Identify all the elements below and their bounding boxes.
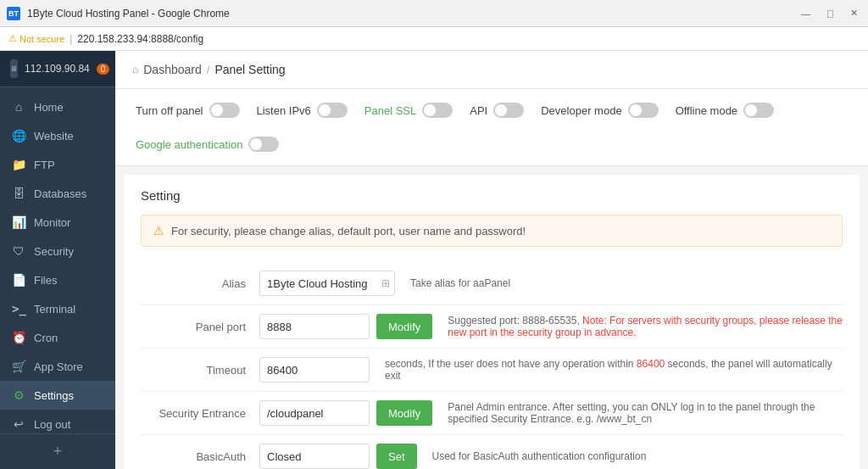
- logout-icon: ↩: [12, 417, 25, 431]
- sidebar-item-logout[interactable]: ↩ Log out: [0, 410, 115, 433]
- security-entrance-modify-button[interactable]: Modify: [376, 400, 432, 426]
- ftp-icon: 📁: [12, 158, 25, 171]
- browser-title: 1Byte Cloud Hosting Panel - Google Chrom…: [27, 8, 791, 20]
- setting-section: Setting ⚠ For security, please change al…: [124, 175, 860, 469]
- maximize-button[interactable]: ⎕: [824, 7, 837, 20]
- panel-port-input[interactable]: [259, 314, 370, 339]
- toggle-offline-mode-label: Offline mode: [676, 104, 737, 117]
- sidebar-item-appstore[interactable]: 🛒 App Store: [0, 352, 115, 381]
- sidebar-item-label: App Store: [34, 360, 83, 373]
- toggle-offline-mode[interactable]: Offline mode: [676, 103, 774, 118]
- sidebar-item-label: Home: [34, 101, 64, 114]
- basicauth-control: Set Used for BasicAuth authentication co…: [259, 444, 646, 469]
- alert-icon: ⚠: [153, 224, 164, 237]
- basicauth-input[interactable]: [259, 444, 370, 469]
- terminal-icon: >_: [12, 302, 25, 315]
- toggle-developer-mode[interactable]: Developer mode: [541, 103, 658, 118]
- security-icon: 🛡: [12, 244, 25, 258]
- alias-input[interactable]: [259, 271, 395, 296]
- toggles-section: Turn off panel Listen IPv6 Panel SSL API…: [115, 89, 868, 166]
- sidebar-item-monitor[interactable]: 📊 Monitor: [0, 208, 115, 237]
- panel-port-hint: Suggested port: 8888-65535, Note: For se…: [448, 315, 843, 338]
- toggle-listen-ipv6[interactable]: Listen IPv6: [257, 103, 348, 118]
- sidebar-item-cron[interactable]: ⏰ Cron: [0, 323, 115, 352]
- sidebar-nav: ⌂ Home 🌐 Website 📁 FTP 🗄 Databases 📊 Mon…: [0, 87, 115, 433]
- sidebar-item-label: Website: [34, 130, 74, 142]
- toggle-turn-off-panel-label: Turn off panel: [136, 104, 203, 117]
- toggle-turn-off-panel[interactable]: Turn off panel: [136, 103, 240, 118]
- sidebar: 🖥 112.109.90.84 0 ⌂ Home 🌐 Website 📁 FTP…: [0, 51, 115, 469]
- browser-favicon: BT: [7, 7, 20, 20]
- basicauth-label: BasicAuth: [141, 450, 259, 463]
- address-bar: ⚠ Not secure | 220.158.233.94:8888/confi…: [0, 27, 868, 51]
- toggle-panel-ssl-switch[interactable]: [422, 103, 453, 118]
- sidebar-item-label: Databases: [34, 187, 86, 200]
- toggle-listen-ipv6-label: Listen IPv6: [257, 104, 311, 117]
- timeout-value-red: 86400: [637, 358, 665, 370]
- toggle-developer-mode-switch[interactable]: [628, 103, 659, 118]
- security-warning: ⚠ Not secure: [8, 33, 64, 44]
- breadcrumb-dashboard[interactable]: Dashboard: [143, 63, 202, 76]
- google-auth-row: Google authentication: [136, 137, 848, 152]
- sidebar-badge: 0: [97, 64, 110, 75]
- sidebar-item-ftp[interactable]: 📁 FTP: [0, 150, 115, 179]
- security-entrance-control: Modify Panel Admin entrance. After setti…: [259, 400, 843, 426]
- breadcrumb-current: Panel Setting: [214, 63, 285, 76]
- toggle-api[interactable]: API: [470, 103, 524, 118]
- sidebar-item-label: Security: [34, 245, 74, 258]
- window-controls[interactable]: — ⎕ ✕: [798, 6, 861, 20]
- files-icon: 📄: [12, 273, 25, 287]
- timeout-control: seconds, If the user does not have any o…: [259, 357, 843, 382]
- toggle-panel-ssl[interactable]: Panel SSL: [364, 103, 453, 118]
- panel-port-modify-button[interactable]: Modify: [376, 314, 432, 339]
- close-button[interactable]: ✕: [847, 6, 861, 20]
- security-entrance-label: Security Entrance: [141, 407, 259, 420]
- toggle-panel-ssl-label: Panel SSL: [364, 104, 416, 117]
- toggle-api-switch[interactable]: [493, 103, 524, 118]
- toggle-listen-ipv6-switch[interactable]: [317, 103, 348, 118]
- timeout-label: Timeout: [141, 364, 259, 377]
- sidebar-item-label: FTP: [34, 159, 55, 171]
- app-layout: 🖥 112.109.90.84 0 ⌂ Home 🌐 Website 📁 FTP…: [0, 51, 868, 469]
- minimize-button[interactable]: —: [798, 7, 814, 20]
- sidebar-item-settings[interactable]: ⚙ Settings: [0, 381, 115, 410]
- timeout-row: Timeout seconds, If the user does not ha…: [141, 349, 843, 392]
- sidebar-avatar: 🖥: [10, 59, 18, 78]
- sidebar-item-label: Monitor: [34, 216, 70, 229]
- toggle-developer-mode-label: Developer mode: [541, 104, 621, 117]
- basicauth-hint: Used for BasicAuth authentication config…: [432, 450, 647, 462]
- timeout-hint: seconds, If the user does not have any o…: [385, 358, 843, 382]
- sidebar-item-label: Log out: [34, 418, 70, 431]
- sidebar-item-label: Files: [34, 274, 57, 287]
- basicauth-set-button[interactable]: Set: [376, 444, 417, 469]
- browser-titlebar: BT 1Byte Cloud Hosting Panel - Google Ch…: [0, 0, 868, 27]
- sidebar-item-security[interactable]: 🛡 Security: [0, 237, 115, 265]
- sidebar-item-website[interactable]: 🌐 Website: [0, 121, 115, 150]
- sidebar-item-label: Terminal: [34, 303, 75, 315]
- alias-input-wrap: ⊞: [259, 271, 395, 296]
- security-entrance-input[interactable]: [259, 400, 370, 426]
- alias-input-icon: ⊞: [381, 277, 390, 289]
- home-icon: ⌂: [12, 100, 25, 114]
- security-entrance-hint: Panel Admin entrance. After setting, you…: [448, 401, 843, 425]
- google-auth-switch[interactable]: [248, 137, 279, 152]
- alias-control: ⊞ Take alias for aaPanel: [259, 271, 510, 296]
- sidebar-item-terminal[interactable]: >_ Terminal: [0, 294, 115, 323]
- sidebar-item-databases[interactable]: 🗄 Databases: [0, 179, 115, 208]
- sidebar-add-button[interactable]: +: [0, 433, 115, 469]
- home-breadcrumb-icon: ⌂: [132, 64, 138, 75]
- security-alert-text: For security, please change alias, defau…: [171, 225, 526, 237]
- alias-label: Alias: [141, 277, 259, 290]
- timeout-input[interactable]: [259, 357, 370, 382]
- sidebar-item-files[interactable]: 📄 Files: [0, 265, 115, 294]
- sidebar-item-home[interactable]: ⌂ Home: [0, 92, 115, 121]
- address-url[interactable]: 220.158.233.94:8888/config: [77, 33, 203, 45]
- security-entrance-row: Security Entrance Modify Panel Admin ent…: [141, 392, 843, 435]
- toggle-turn-off-panel-switch[interactable]: [209, 103, 240, 118]
- panel-port-control: Modify Suggested port: 8888-65535, Note:…: [259, 314, 843, 339]
- databases-icon: 🗄: [12, 187, 25, 200]
- breadcrumb-separator: /: [207, 64, 210, 76]
- toggle-offline-mode-switch[interactable]: [743, 103, 774, 118]
- setting-title: Setting: [141, 188, 843, 203]
- website-icon: 🌐: [12, 129, 25, 142]
